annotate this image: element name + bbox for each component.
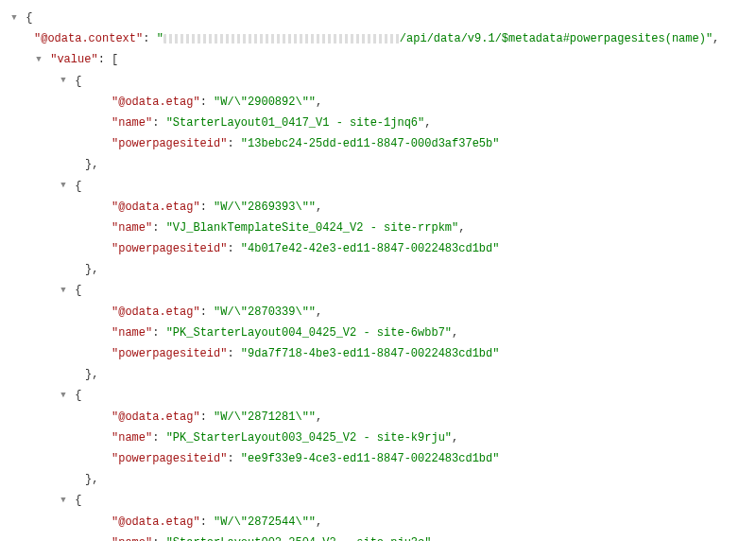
item-close-3: },: [9, 469, 747, 490]
etag-value: "W/\"2870339\"": [214, 305, 316, 319]
object-open: {: [75, 180, 81, 193]
colon: :: [227, 137, 240, 150]
item-id-2: "powerpagesiteid": "9da7f718-4be3-ed11-8…: [9, 343, 747, 364]
id-value: "ee9f33e9-4ce3-ed11-8847-0022483cd1bd": [241, 452, 500, 465]
item-id-1: "powerpagesiteid": "4b017e42-42e3-ed11-8…: [9, 238, 747, 259]
redacted-url: [163, 34, 400, 44]
colon: :: [200, 96, 214, 109]
collapse-toggle-icon[interactable]: ▼: [59, 493, 68, 509]
id-value: "4b017e42-42e3-ed11-8847-0022483cd1bd": [241, 242, 500, 255]
colon: :: [152, 536, 165, 541]
root-open: ▼ {: [9, 8, 747, 28]
item-close-2: },: [9, 364, 747, 385]
bracket-open: [: [112, 53, 118, 66]
item-open-1: ▼ {: [9, 176, 747, 197]
colon: :: [200, 201, 214, 214]
object-open: {: [75, 389, 81, 402]
object-open: {: [75, 284, 81, 297]
context-line: "@odata.context": "/api/data/v9.1/$metad…: [9, 28, 747, 49]
id-key: "powerpagesiteid": [112, 452, 227, 465]
etag-key: "@odata.etag": [112, 305, 200, 319]
etag-key: "@odata.etag": [112, 515, 200, 529]
name-key: "name": [112, 431, 152, 445]
item-etag-2: "@odata.etag": "W/\"2870339\"",: [9, 302, 747, 323]
item-etag-0: "@odata.etag": "W/\"2900892\"",: [9, 92, 747, 113]
item-open-4: ▼ {: [9, 490, 747, 511]
item-name-2: "name": "PK_StarterLayout004_0425_V2 - s…: [9, 323, 747, 343]
brace-open: {: [26, 11, 32, 25]
collapse-toggle-icon[interactable]: ▼: [59, 73, 68, 89]
comma: ,: [316, 96, 322, 109]
collapse-toggle-icon[interactable]: ▼: [59, 388, 68, 404]
colon: :: [227, 242, 240, 255]
item-open-0: ▼ {: [9, 71, 747, 92]
object-open: {: [75, 75, 81, 88]
name-key: "name": [112, 116, 152, 130]
item-name-3: "name": "PK_StarterLayout003_0425_V2 - s…: [9, 428, 747, 448]
object-open: {: [75, 494, 81, 507]
item-close-1: },: [9, 259, 747, 280]
name-key: "name": [112, 221, 152, 235]
collapse-toggle-icon[interactable]: ▼: [9, 10, 19, 26]
item-name-4: "name": "StarterLayout002_2504-V2 - site…: [9, 532, 747, 541]
comma: ,: [431, 536, 438, 541]
name-value: "VJ_BlankTemplateSite_0424_V2 - site-rrp…: [166, 221, 459, 235]
comma: ,: [92, 263, 98, 276]
comma: ,: [92, 368, 98, 381]
item-etag-3: "@odata.etag": "W/\"2871281\"",: [9, 407, 747, 428]
colon: :: [227, 452, 240, 465]
context-value: /api/data/v9.1/$metadata#powerpagesites(…: [400, 32, 713, 45]
name-value: "StarterLayout002_2504-V2 - site-nju3c": [166, 536, 432, 541]
comma: ,: [452, 431, 458, 445]
comma: ,: [424, 116, 431, 130]
id-value: "13bebc24-25dd-ed11-8847-000d3af37e5b": [241, 137, 500, 150]
quote: ": [157, 32, 163, 45]
item-id-0: "powerpagesiteid": "13bebc24-25dd-ed11-8…: [9, 133, 747, 154]
colon: :: [143, 32, 156, 45]
colon: :: [227, 347, 240, 360]
comma: ,: [92, 158, 98, 171]
collapse-toggle-icon[interactable]: ▼: [59, 178, 68, 194]
item-etag-1: "@odata.etag": "W/\"2869393\"",: [9, 197, 747, 218]
etag-key: "@odata.etag": [112, 410, 200, 424]
etag-key: "@odata.etag": [112, 96, 200, 109]
name-value: "StarterLayout01_0417_V1 - site-1jnq6": [166, 116, 425, 130]
comma: ,: [316, 305, 322, 319]
comma: ,: [316, 201, 322, 214]
id-key: "powerpagesiteid": [112, 347, 227, 360]
value-open: ▼ "value": [: [9, 49, 747, 70]
item-close-0: },: [9, 154, 747, 175]
comma: ,: [316, 410, 322, 424]
colon: :: [152, 431, 165, 445]
colon: :: [98, 53, 112, 66]
colon: :: [152, 116, 165, 130]
item-id-3: "powerpagesiteid": "ee9f33e9-4ce3-ed11-8…: [9, 448, 747, 469]
comma: ,: [458, 221, 465, 235]
etag-value: "W/\"2871281\"": [214, 410, 316, 424]
colon: :: [200, 305, 214, 319]
comma: ,: [713, 32, 719, 45]
comma: ,: [452, 326, 458, 340]
name-value: "PK_StarterLayout003_0425_V2 - site-k9rj…: [166, 431, 452, 445]
id-key: "powerpagesiteid": [112, 242, 227, 255]
colon: :: [200, 410, 214, 424]
item-name-1: "name": "VJ_BlankTemplateSite_0424_V2 - …: [9, 218, 747, 238]
item-open-2: ▼ {: [9, 280, 747, 301]
etag-key: "@odata.etag": [112, 201, 200, 214]
collapse-toggle-icon[interactable]: ▼: [34, 52, 43, 68]
context-key: "@odata.context": [34, 32, 143, 45]
item-etag-4: "@odata.etag": "W/\"2872544\"",: [9, 512, 747, 532]
item-name-0: "name": "StarterLayout01_0417_V1 - site-…: [9, 113, 747, 133]
json-viewer: ▼ {"@odata.context": "/api/data/v9.1/$me…: [9, 8, 747, 541]
item-open-3: ▼ {: [9, 385, 747, 406]
comma: ,: [316, 515, 322, 529]
colon: :: [152, 221, 165, 235]
comma: ,: [92, 473, 98, 486]
id-key: "powerpagesiteid": [112, 137, 227, 150]
name-key: "name": [112, 536, 152, 541]
etag-value: "W/\"2869393\"": [214, 201, 316, 214]
collapse-toggle-icon[interactable]: ▼: [59, 283, 68, 299]
id-value: "9da7f718-4be3-ed11-8847-0022483cd1bd": [241, 347, 500, 360]
etag-value: "W/\"2900892\"": [214, 96, 316, 109]
etag-value: "W/\"2872544\"": [214, 515, 316, 529]
